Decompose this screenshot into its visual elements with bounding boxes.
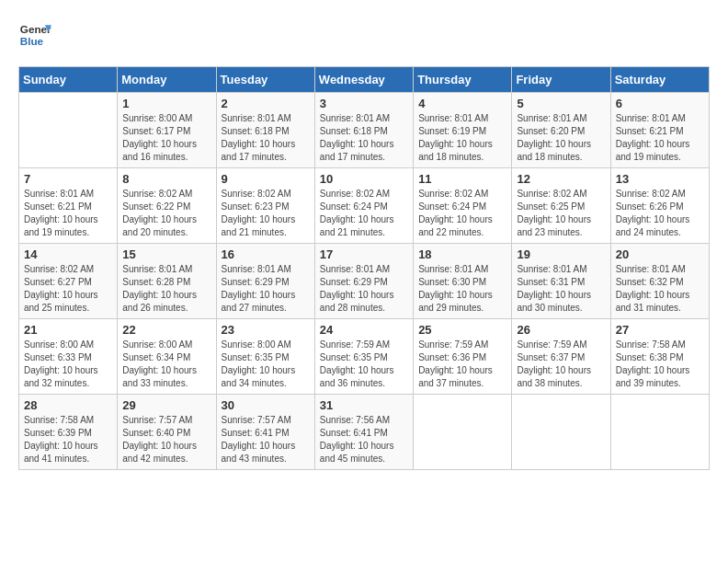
day-number: 23 [222,323,310,337]
day-number: 19 [517,247,605,261]
day-info: Sunrise: 8:01 AM Sunset: 6:21 PM Dayligh… [616,112,704,164]
day-info: Sunrise: 8:00 AM Sunset: 6:35 PM Dayligh… [222,339,310,390]
day-cell-20: 20Sunrise: 8:01 AM Sunset: 6:32 PM Dayli… [610,244,709,319]
calendar-table: SundayMondayTuesdayWednesdayThursdayFrid… [18,66,710,470]
day-number: 24 [320,323,408,337]
day-cell-15: 15Sunrise: 8:01 AM Sunset: 6:28 PM Dayli… [118,244,216,319]
day-number: 18 [418,247,506,261]
day-cell-8: 8Sunrise: 8:02 AM Sunset: 6:22 PM Daylig… [118,168,216,244]
day-header-sunday: Sunday [19,67,118,93]
page-header: General Blue [18,18,710,52]
day-cell-24: 24Sunrise: 7:59 AM Sunset: 6:35 PM Dayli… [314,319,413,395]
day-info: Sunrise: 8:02 AM Sunset: 6:23 PM Dayligh… [222,188,310,239]
day-number: 16 [222,247,310,261]
day-cell-5: 5Sunrise: 8:01 AM Sunset: 6:20 PM Daylig… [512,93,610,168]
day-number: 31 [320,398,408,412]
day-info: Sunrise: 8:01 AM Sunset: 6:18 PM Dayligh… [320,112,408,164]
calendar-header-row: SundayMondayTuesdayWednesdayThursdayFrid… [19,67,710,93]
day-number: 13 [616,172,704,186]
day-info: Sunrise: 7:59 AM Sunset: 6:35 PM Dayligh… [320,339,408,390]
day-number: 22 [122,323,210,337]
day-cell-9: 9Sunrise: 8:02 AM Sunset: 6:23 PM Daylig… [216,168,314,244]
day-header-thursday: Thursday [414,67,512,93]
empty-cell [19,93,118,168]
empty-cell [610,395,709,470]
calendar-week-1: 1Sunrise: 8:00 AM Sunset: 6:17 PM Daylig… [19,93,710,168]
day-number: 20 [616,247,704,261]
day-info: Sunrise: 8:02 AM Sunset: 6:24 PM Dayligh… [320,188,408,239]
day-header-monday: Monday [118,67,216,93]
day-number: 2 [222,97,310,110]
day-info: Sunrise: 8:01 AM Sunset: 6:18 PM Dayligh… [222,112,310,164]
day-number: 3 [320,97,408,110]
day-number: 26 [517,323,605,337]
day-info: Sunrise: 8:01 AM Sunset: 6:19 PM Dayligh… [418,112,506,164]
day-cell-26: 26Sunrise: 7:59 AM Sunset: 6:37 PM Dayli… [512,319,610,395]
day-info: Sunrise: 7:57 AM Sunset: 6:41 PM Dayligh… [222,414,310,465]
day-info: Sunrise: 8:02 AM Sunset: 6:26 PM Dayligh… [616,188,704,239]
day-cell-30: 30Sunrise: 7:57 AM Sunset: 6:41 PM Dayli… [216,395,314,470]
day-number: 27 [616,323,704,337]
day-info: Sunrise: 8:00 AM Sunset: 6:34 PM Dayligh… [122,339,210,390]
calendar-body: 1Sunrise: 8:00 AM Sunset: 6:17 PM Daylig… [19,93,710,470]
day-cell-7: 7Sunrise: 8:01 AM Sunset: 6:21 PM Daylig… [19,168,118,244]
day-cell-28: 28Sunrise: 7:58 AM Sunset: 6:39 PM Dayli… [19,395,118,470]
day-info: Sunrise: 8:01 AM Sunset: 6:32 PM Dayligh… [616,263,704,315]
svg-text:General: General [20,23,51,35]
day-cell-19: 19Sunrise: 8:01 AM Sunset: 6:31 PM Dayli… [512,244,610,319]
day-header-tuesday: Tuesday [216,67,314,93]
day-cell-23: 23Sunrise: 8:00 AM Sunset: 6:35 PM Dayli… [216,319,314,395]
day-cell-16: 16Sunrise: 8:01 AM Sunset: 6:29 PM Dayli… [216,244,314,319]
day-info: Sunrise: 8:00 AM Sunset: 6:33 PM Dayligh… [24,339,112,390]
calendar-week-2: 7Sunrise: 8:01 AM Sunset: 6:21 PM Daylig… [19,168,710,244]
day-info: Sunrise: 7:59 AM Sunset: 6:37 PM Dayligh… [517,339,605,390]
day-cell-18: 18Sunrise: 8:01 AM Sunset: 6:30 PM Dayli… [414,244,512,319]
day-cell-14: 14Sunrise: 8:02 AM Sunset: 6:27 PM Dayli… [19,244,118,319]
logo: General Blue [18,18,55,52]
empty-cell [414,395,512,470]
day-info: Sunrise: 7:58 AM Sunset: 6:38 PM Dayligh… [616,339,704,390]
day-info: Sunrise: 8:01 AM Sunset: 6:21 PM Dayligh… [24,188,112,239]
day-info: Sunrise: 8:01 AM Sunset: 6:29 PM Dayligh… [320,263,408,315]
day-number: 14 [24,247,112,261]
day-number: 5 [517,97,605,110]
logo-icon: General Blue [18,18,51,52]
day-info: Sunrise: 8:02 AM Sunset: 6:27 PM Dayligh… [24,263,112,315]
day-number: 28 [24,398,112,412]
calendar-week-4: 21Sunrise: 8:00 AM Sunset: 6:33 PM Dayli… [19,319,710,395]
day-info: Sunrise: 7:59 AM Sunset: 6:36 PM Dayligh… [418,339,506,390]
day-cell-21: 21Sunrise: 8:00 AM Sunset: 6:33 PM Dayli… [19,319,118,395]
day-cell-2: 2Sunrise: 8:01 AM Sunset: 6:18 PM Daylig… [216,93,314,168]
day-number: 30 [222,398,310,412]
day-info: Sunrise: 7:58 AM Sunset: 6:39 PM Dayligh… [24,414,112,465]
day-cell-27: 27Sunrise: 7:58 AM Sunset: 6:38 PM Dayli… [610,319,709,395]
day-number: 4 [418,97,506,110]
day-number: 11 [418,172,506,186]
day-number: 10 [320,172,408,186]
day-number: 15 [122,247,210,261]
day-info: Sunrise: 7:57 AM Sunset: 6:40 PM Dayligh… [122,414,210,465]
day-number: 12 [517,172,605,186]
day-cell-17: 17Sunrise: 8:01 AM Sunset: 6:29 PM Dayli… [314,244,413,319]
day-cell-25: 25Sunrise: 7:59 AM Sunset: 6:36 PM Dayli… [414,319,512,395]
day-cell-29: 29Sunrise: 7:57 AM Sunset: 6:40 PM Dayli… [118,395,216,470]
day-cell-13: 13Sunrise: 8:02 AM Sunset: 6:26 PM Dayli… [610,168,709,244]
day-info: Sunrise: 8:02 AM Sunset: 6:25 PM Dayligh… [517,188,605,239]
day-header-saturday: Saturday [610,67,709,93]
day-info: Sunrise: 8:01 AM Sunset: 6:29 PM Dayligh… [222,263,310,315]
day-cell-22: 22Sunrise: 8:00 AM Sunset: 6:34 PM Dayli… [118,319,216,395]
day-info: Sunrise: 7:56 AM Sunset: 6:41 PM Dayligh… [320,414,408,465]
calendar-week-5: 28Sunrise: 7:58 AM Sunset: 6:39 PM Dayli… [19,395,710,470]
day-info: Sunrise: 8:02 AM Sunset: 6:24 PM Dayligh… [418,188,506,239]
day-number: 29 [122,398,210,412]
day-cell-4: 4Sunrise: 8:01 AM Sunset: 6:19 PM Daylig… [414,93,512,168]
day-info: Sunrise: 8:01 AM Sunset: 6:31 PM Dayligh… [517,263,605,315]
day-info: Sunrise: 8:02 AM Sunset: 6:22 PM Dayligh… [122,188,210,239]
day-number: 25 [418,323,506,337]
day-cell-11: 11Sunrise: 8:02 AM Sunset: 6:24 PM Dayli… [414,168,512,244]
day-number: 21 [24,323,112,337]
day-info: Sunrise: 8:01 AM Sunset: 6:20 PM Dayligh… [517,112,605,164]
empty-cell [512,395,610,470]
day-number: 9 [222,172,310,186]
day-header-friday: Friday [512,67,610,93]
